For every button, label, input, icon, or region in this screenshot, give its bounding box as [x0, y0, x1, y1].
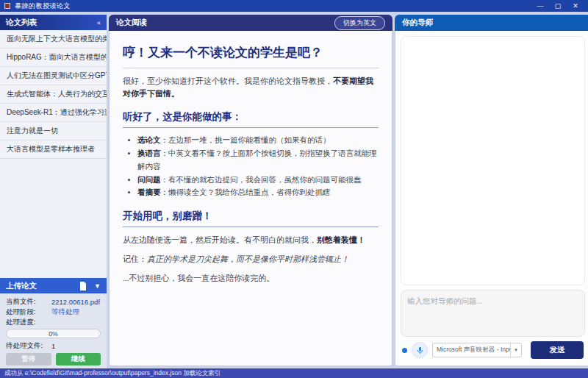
feature-item: 看摘要：懒得读全文？我给你总结重点，省得你到处抓瞎 [137, 186, 379, 199]
content-heading-1: 哼！又来一个不读论文的学生是吧？ [123, 44, 379, 68]
window-controls: — ▢ ✕ [532, 1, 584, 11]
paper-list-item[interactable]: 注意力就是一切 [0, 122, 107, 140]
titlebar: 暴躁的教授读论文 — ▢ ✕ [0, 0, 588, 12]
maximize-button[interactable]: ▢ [550, 1, 566, 11]
upload-panel: 上传论文 ▼ 当前文件: 2212.00616.pdf 处理阶段: 等待处理 处… [0, 278, 107, 366]
workspace: 论文列表 « 面向无限上下文大语言模型的类人… HippoRAG：面向大语言模型… [0, 12, 588, 368]
resume-button[interactable]: 继续 [56, 353, 101, 365]
close-button[interactable]: ✕ [567, 1, 584, 11]
chevron-down-icon[interactable]: ▼ [94, 282, 101, 290]
paper-list-item[interactable]: 人们无法在图灵测试中区分GPT-4与… [0, 67, 107, 85]
paper-list-item[interactable]: DeepSeek-R1：通过强化学习激励… [0, 104, 107, 122]
paper-list-item[interactable]: 生成式智能体：人类行为的交互式… [0, 85, 107, 104]
content-paragraph: 从左边随便选一篇，然后开始读。有不明白的就问我，别憋着装懂！ [123, 234, 379, 246]
reader-content: 哼！又来一个不读论文的学生是吧？ 很好，至少你知道打开这个软件。我是你的论文指导… [109, 31, 392, 366]
send-button[interactable]: 发送 [531, 341, 584, 359]
paper-list-title: 论文列表 [6, 18, 37, 28]
mentor-panel: 你的导师 Microsoft 声音映射器 - Inpu ▾ [395, 15, 588, 366]
feature-list: 选论文：左边那一堆，挑一篇你能看懂的（如果有的话） 换语言：中英文看不懂？按上面… [137, 134, 379, 199]
microphone-button[interactable] [412, 342, 428, 358]
stage-value: 等待处理 [51, 307, 79, 317]
upload-title: 上传论文 [6, 281, 37, 291]
stage-label: 处理阶段: [6, 307, 51, 317]
minimize-button[interactable]: — [532, 1, 548, 11]
content-heading-3: 开始用吧，别磨蹭！ [123, 210, 379, 227]
chat-history-area [401, 36, 585, 285]
content-paragraph: ...不过别担心，我会一直在这陪你读完的。 [123, 272, 379, 285]
feature-item: 换语言：中英文看不懂？按上面那个按钮切换，别指望换了语言就能理解内容 [137, 147, 379, 174]
document-icon[interactable] [79, 282, 87, 290]
status-bar: 成功从 e:\Codefield\Git\mad-professor\outpu… [0, 368, 588, 378]
pause-button[interactable]: 暂停 [6, 353, 51, 365]
paper-list-header: 论文列表 « [0, 15, 107, 30]
mentor-body: Microsoft 声音映射器 - Inpu ▾ 发送 [395, 31, 588, 366]
upload-header: 上传论文 ▼ [0, 278, 107, 293]
chevron-down-icon: ▾ [510, 343, 521, 357]
current-file-label: 当前文件: [6, 297, 51, 307]
upload-body: 当前文件: 2212.00616.pdf 处理阶段: 等待处理 处理进度: 0%… [0, 293, 107, 369]
mentor-controls: Microsoft 声音映射器 - Inpu ▾ 发送 [401, 341, 585, 360]
current-file-value: 2212.00616.pdf [51, 298, 100, 306]
reader-header: 论文阅读 切换为英文 [109, 15, 392, 31]
sidebar-collapse-button[interactable]: « [97, 19, 101, 26]
reader-panel: 论文阅读 切换为英文 哼！又来一个不读论文的学生是吧？ 很好，至少你知道打开这个… [109, 15, 392, 366]
mentor-title: 你的导师 [402, 18, 433, 28]
paper-list-item[interactable]: 面向无限上下文大语言模型的类人… [0, 30, 107, 49]
pending-files-value: 1 [51, 342, 55, 350]
window-title: 暴躁的教授读论文 [15, 1, 532, 11]
audio-device-select[interactable]: Microsoft 声音映射器 - Inpu ▾ [432, 343, 522, 357]
microphone-icon [416, 346, 424, 354]
toggle-language-button[interactable]: 切换为英文 [334, 16, 385, 30]
paper-list: 面向无限上下文大语言模型的类人… HippoRAG：面向大语言模型的神经… 人们… [0, 30, 107, 278]
feature-item: 问问题：有不懂的就右边提问，我会回答，虽然你的问题可能很蠢 [137, 174, 379, 187]
question-input[interactable] [401, 290, 585, 337]
mentor-header: 你的导师 [395, 15, 588, 31]
app-icon [4, 3, 10, 9]
progress-label: 处理进度: [6, 318, 51, 327]
content-heading-2: 听好了，这是你能做的事： [123, 110, 379, 128]
paper-list-item[interactable]: HippoRAG：面向大语言模型的神经… [0, 49, 107, 67]
pending-files-label: 待处理文件: [6, 341, 51, 351]
feature-item: 选论文：左边那一堆，挑一篇你能看懂的（如果有的话） [137, 134, 379, 147]
audio-device-label: Microsoft 声音映射器 - Inpu [433, 346, 510, 354]
sidebar: 论文列表 « 面向无限上下文大语言模型的类人… HippoRAG：面向大语言模型… [0, 15, 107, 366]
content-paragraph: 很好，至少你知道打开这个软件。我是你的论文指导教授，不要期望我对你手下留情。 [123, 75, 379, 100]
content-paragraph: 记住：真正的学术是刀尖起舞，而不是像你平时那样浅尝辄止！ [123, 253, 379, 265]
voice-status-dot [402, 348, 407, 353]
progress-bar: 0% [6, 329, 101, 338]
reader-title: 论文阅读 [116, 18, 147, 28]
paper-list-item[interactable]: 大语言模型是零样本推理者 [0, 140, 107, 159]
